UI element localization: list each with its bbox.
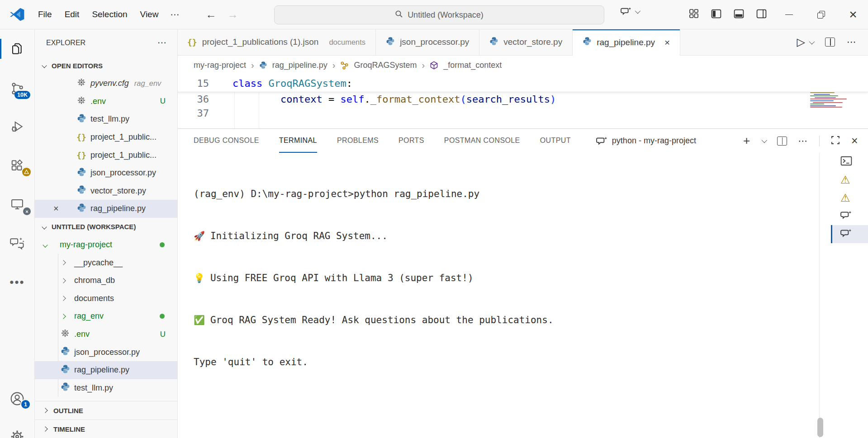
tree-folder-pycache[interactable]: __pycache__ — [34, 254, 177, 272]
tab-problems[interactable]: PROBLEMS — [337, 129, 379, 153]
vscode-logo-icon — [9, 6, 25, 23]
tab-postman-console[interactable]: POSTMAN CONSOLE — [444, 129, 520, 153]
tab-rag-pipeline[interactable]: rag_pipeline.py × — [573, 29, 680, 56]
split-editor-icon[interactable] — [825, 38, 835, 47]
git-status-dot — [160, 242, 165, 247]
more-activity-icon[interactable]: ••• — [0, 270, 34, 294]
new-terminal-icon[interactable]: + — [743, 134, 750, 148]
chevron-down-icon — [42, 224, 47, 229]
open-editor-project1-json-a[interactable]: {} project_1_public... — [34, 128, 177, 146]
tree-file-rag-pipeline[interactable]: rag_pipeline.py — [34, 361, 177, 379]
terminal-instance-shell[interactable] — [820, 153, 868, 171]
file-label: json_processor.py — [74, 348, 140, 357]
workspace-label: UNTITLED (WORKSPACE) — [52, 223, 136, 231]
menu-view[interactable]: View — [134, 7, 165, 22]
search-placeholder: Untitled (Workspace) — [408, 10, 484, 20]
workspace-header[interactable]: UNTITLED (WORKSPACE) — [34, 218, 177, 236]
python-icon — [76, 167, 87, 179]
breadcrumb-method[interactable]: _format_context — [443, 61, 502, 70]
open-editors-header[interactable]: OPEN EDITORS — [34, 57, 177, 75]
code-editor[interactable]: 15 class GroqRAGSystem: 36 context = sel… — [177, 75, 868, 128]
close-tab-icon[interactable]: × — [664, 37, 670, 48]
remote-explorer-activity-icon[interactable]: × — [0, 193, 34, 216]
open-editor-vector-store[interactable]: vector_store.py — [34, 182, 177, 200]
timeline-section-header[interactable]: TIMELINE — [34, 419, 177, 438]
tree-folder-chroma-db[interactable]: chroma_db — [34, 272, 177, 290]
tab-project-1-publications[interactable]: {} project_1_publications (1).json docum… — [177, 29, 376, 55]
toggle-primary-sidebar-icon[interactable] — [711, 8, 722, 21]
toggle-panel-icon[interactable] — [733, 8, 745, 21]
chat-activity-icon[interactable] — [0, 231, 34, 255]
menu-file[interactable]: File — [32, 7, 58, 22]
tab-json-processor[interactable]: json_processor.py — [376, 29, 479, 55]
open-editor-rag-pipeline[interactable]: × rag_pipeline.py — [34, 200, 177, 218]
run-debug-activity-icon[interactable] — [0, 115, 34, 138]
terminal-icon — [840, 156, 852, 168]
open-editor-project1-json-b[interactable]: {} project_1_public... — [34, 146, 177, 164]
accounts-icon[interactable]: 1 — [0, 387, 34, 410]
forward-arrow-icon[interactable]: → — [227, 8, 238, 21]
tab-vector-store[interactable]: vector_store.py — [479, 29, 573, 55]
close-panel-icon[interactable]: × — [851, 134, 858, 147]
rocket-icon: 🚀 — [194, 231, 205, 241]
tree-file-env[interactable]: .env U — [34, 325, 177, 344]
terminal-session[interactable]: python - my-rag-project — [596, 129, 696, 153]
menu-more-icon[interactable]: ⋯ — [165, 6, 185, 23]
terminal-output[interactable]: (rag_env) D:\my-rag-project>python rag_p… — [177, 153, 820, 438]
breadcrumb-file[interactable]: rag_pipeline.py — [272, 61, 327, 70]
copilot-menu[interactable] — [621, 6, 639, 16]
explorer-more-icon[interactable]: ⋯ — [157, 37, 166, 48]
tree-file-json-processor[interactable]: json_processor.py — [34, 343, 177, 361]
tab-label: json_processor.py — [400, 37, 469, 47]
tab-ports[interactable]: PORTS — [398, 129, 424, 153]
customize-layout-icon[interactable] — [688, 8, 699, 21]
line-number: 37 — [177, 108, 209, 119]
settings-gear-icon[interactable] — [0, 425, 34, 438]
warning-icon: ⚠ — [840, 174, 850, 186]
copilot-terminal-icon — [596, 136, 607, 146]
json-icon: {} — [76, 151, 87, 160]
split-terminal-icon[interactable] — [777, 137, 787, 146]
tree-file-test-llm[interactable]: test_llm.py — [34, 379, 177, 397]
terminal-instance-warning-1[interactable]: ⚠ — [820, 171, 868, 189]
terminal-instance-copilot-1[interactable] — [820, 207, 868, 225]
back-arrow-icon[interactable]: ← — [205, 8, 216, 21]
panel-more-icon[interactable]: ⋯ — [798, 136, 808, 146]
run-python-button[interactable]: ▷ — [797, 36, 813, 48]
restore-button[interactable] — [811, 0, 831, 29]
tab-output[interactable]: OUTPUT — [540, 129, 571, 153]
terminal-scrollbar-thumb[interactable] — [817, 418, 823, 437]
source-control-activity-icon[interactable]: 10K — [0, 77, 34, 100]
minimize-button[interactable] — [778, 0, 799, 29]
terminal-instance-warning-2[interactable]: ⚠ — [820, 189, 868, 207]
tree-folder-rag-env[interactable]: rag_env — [34, 307, 177, 325]
extensions-activity-icon[interactable] — [0, 154, 34, 177]
chevron-down-icon[interactable] — [761, 137, 767, 143]
menu-selection[interactable]: Selection — [85, 7, 133, 22]
explorer-activity-icon[interactable] — [0, 37, 34, 61]
tab-terminal[interactable]: TERMINAL — [279, 129, 317, 153]
maximize-panel-icon[interactable] — [831, 136, 840, 146]
file-label: test_llm.py — [90, 114, 129, 124]
breadcrumb-class[interactable]: GroqRAGSystem — [354, 61, 417, 70]
close-editor-icon[interactable]: × — [53, 203, 59, 214]
open-editor-pyvenv[interactable]: pyvenv.cfg rag_env — [34, 75, 177, 93]
close-window-button[interactable]: × — [843, 0, 863, 29]
toggle-secondary-sidebar-icon[interactable] — [756, 8, 767, 21]
open-editor-test-llm[interactable]: test_llm.py — [34, 110, 177, 128]
vscode-window: File Edit Selection View ⋯ ← → Untitled … — [0, 0, 868, 438]
tree-root-my-rag-project[interactable]: my-rag-project — [34, 236, 177, 254]
sticky-scroll-line[interactable]: 15 class GroqRAGSystem: — [177, 75, 868, 92]
terminal-instances-strip: ⚠ ⚠ — [819, 153, 868, 438]
tree-folder-documents[interactable]: documents — [34, 290, 177, 308]
editor-more-icon[interactable]: ⋯ — [847, 37, 856, 47]
command-center-search[interactable]: Untitled (Workspace) — [274, 5, 604, 24]
breadcrumb-project[interactable]: my-rag-project — [194, 61, 246, 70]
terminal-instance-copilot-2-selected[interactable] — [831, 225, 868, 243]
open-editor-json-processor[interactable]: json_processor.py — [34, 164, 177, 182]
menu-edit[interactable]: Edit — [58, 7, 86, 22]
tab-debug-console[interactable]: DEBUG CONSOLE — [194, 129, 259, 153]
outline-section-header[interactable]: OUTLINE — [34, 401, 177, 419]
open-editor-env[interactable]: .env U — [34, 93, 177, 111]
panel-actions: + ⋯ × — [743, 129, 868, 153]
